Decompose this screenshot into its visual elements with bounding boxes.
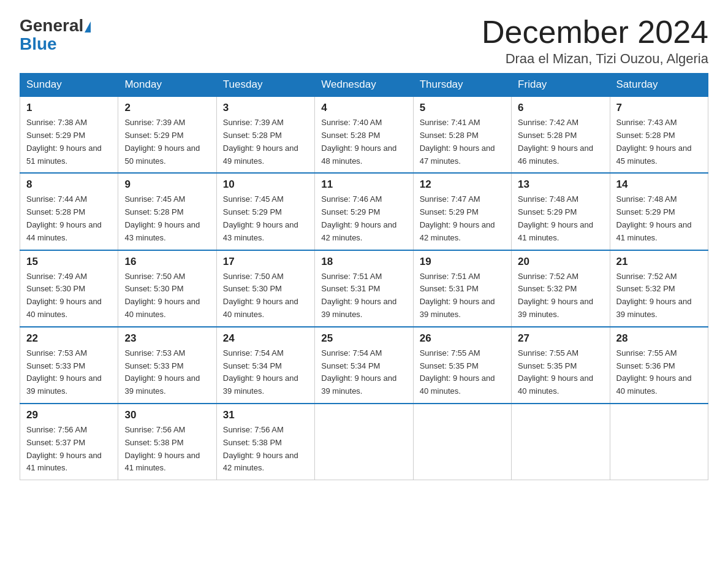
calendar-cell: 20 Sunrise: 7:52 AM Sunset: 5:32 PM Dayl…: [512, 250, 610, 327]
calendar-cell: 23 Sunrise: 7:53 AM Sunset: 5:33 PM Dayl…: [118, 327, 216, 404]
day-number: 7: [616, 102, 702, 114]
day-info: Sunrise: 7:50 AM Sunset: 5:30 PM Dayligh…: [223, 270, 308, 321]
title-block: December 2024 Draa el Mizan, Tizi Ouzou,…: [482, 15, 708, 67]
header-tuesday: Tuesday: [216, 74, 314, 97]
header-sunday: Sunday: [20, 74, 118, 97]
calendar-cell: 19 Sunrise: 7:51 AM Sunset: 5:31 PM Dayl…: [413, 250, 511, 327]
calendar-cell: 24 Sunrise: 7:54 AM Sunset: 5:34 PM Dayl…: [216, 327, 314, 404]
calendar-cell: 21 Sunrise: 7:52 AM Sunset: 5:32 PM Dayl…: [610, 250, 708, 327]
calendar-cell: 30 Sunrise: 7:56 AM Sunset: 5:38 PM Dayl…: [118, 404, 216, 480]
day-info: Sunrise: 7:46 AM Sunset: 5:29 PM Dayligh…: [321, 193, 406, 244]
day-info: Sunrise: 7:56 AM Sunset: 5:38 PM Dayligh…: [223, 424, 308, 475]
calendar-cell: 14 Sunrise: 7:48 AM Sunset: 5:29 PM Dayl…: [610, 173, 708, 250]
calendar-cell: 9 Sunrise: 7:45 AM Sunset: 5:28 PM Dayli…: [118, 173, 216, 250]
calendar-table: Sunday Monday Tuesday Wednesday Thursday…: [20, 73, 708, 480]
day-number: 6: [518, 102, 603, 114]
calendar-cell: 12 Sunrise: 7:47 AM Sunset: 5:29 PM Dayl…: [413, 173, 511, 250]
calendar-cell: [512, 404, 610, 480]
calendar-week-row: 29 Sunrise: 7:56 AM Sunset: 5:37 PM Dayl…: [20, 404, 708, 480]
day-info: Sunrise: 7:48 AM Sunset: 5:29 PM Dayligh…: [616, 193, 702, 244]
calendar-cell: 13 Sunrise: 7:48 AM Sunset: 5:29 PM Dayl…: [512, 173, 610, 250]
header-wednesday: Wednesday: [315, 74, 413, 97]
header-friday: Friday: [512, 74, 610, 97]
day-info: Sunrise: 7:49 AM Sunset: 5:30 PM Dayligh…: [26, 270, 112, 321]
calendar-cell: 6 Sunrise: 7:42 AM Sunset: 5:28 PM Dayli…: [512, 96, 610, 173]
day-info: Sunrise: 7:55 AM Sunset: 5:36 PM Dayligh…: [616, 347, 702, 398]
header-saturday: Saturday: [610, 74, 708, 97]
calendar-cell: 5 Sunrise: 7:41 AM Sunset: 5:28 PM Dayli…: [413, 96, 511, 173]
day-number: 27: [518, 332, 603, 345]
calendar-cell: [610, 404, 708, 480]
day-number: 24: [223, 332, 308, 345]
calendar-cell: 1 Sunrise: 7:38 AM Sunset: 5:29 PM Dayli…: [20, 96, 118, 173]
day-info: Sunrise: 7:51 AM Sunset: 5:31 PM Dayligh…: [321, 270, 406, 321]
calendar-week-row: 1 Sunrise: 7:38 AM Sunset: 5:29 PM Dayli…: [20, 96, 708, 173]
calendar-cell: 25 Sunrise: 7:54 AM Sunset: 5:34 PM Dayl…: [315, 327, 413, 404]
calendar-cell: 22 Sunrise: 7:53 AM Sunset: 5:33 PM Dayl…: [20, 327, 118, 404]
day-number: 8: [26, 178, 112, 191]
day-number: 28: [616, 332, 702, 345]
calendar-cell: 31 Sunrise: 7:56 AM Sunset: 5:38 PM Dayl…: [216, 404, 314, 480]
day-number: 30: [124, 409, 210, 421]
day-number: 13: [518, 178, 603, 191]
calendar-cell: 15 Sunrise: 7:49 AM Sunset: 5:30 PM Dayl…: [20, 250, 118, 327]
calendar-cell: 28 Sunrise: 7:55 AM Sunset: 5:36 PM Dayl…: [610, 327, 708, 404]
calendar-header: Sunday Monday Tuesday Wednesday Thursday…: [20, 74, 708, 97]
day-number: 23: [124, 332, 210, 345]
day-info: Sunrise: 7:47 AM Sunset: 5:29 PM Dayligh…: [420, 193, 505, 244]
day-number: 3: [223, 102, 308, 114]
day-info: Sunrise: 7:45 AM Sunset: 5:28 PM Dayligh…: [124, 193, 210, 244]
logo-blue-text: Blue: [20, 34, 57, 53]
page-header: General Blue December 2024 Draa el Mizan…: [20, 15, 708, 67]
month-title: December 2024: [482, 15, 708, 50]
day-number: 15: [26, 256, 112, 268]
day-number: 19: [420, 256, 505, 268]
day-number: 11: [321, 178, 406, 191]
location-subtitle: Draa el Mizan, Tizi Ouzou, Algeria: [482, 51, 708, 67]
day-info: Sunrise: 7:41 AM Sunset: 5:28 PM Dayligh…: [420, 117, 505, 167]
day-number: 29: [26, 409, 112, 421]
day-number: 4: [321, 102, 406, 114]
day-info: Sunrise: 7:54 AM Sunset: 5:34 PM Dayligh…: [223, 347, 308, 398]
day-number: 5: [420, 102, 505, 114]
day-number: 22: [26, 332, 112, 345]
day-info: Sunrise: 7:52 AM Sunset: 5:32 PM Dayligh…: [616, 270, 702, 321]
day-number: 10: [223, 178, 308, 191]
day-number: 20: [518, 256, 603, 268]
calendar-week-row: 15 Sunrise: 7:49 AM Sunset: 5:30 PM Dayl…: [20, 250, 708, 327]
calendar-cell: 17 Sunrise: 7:50 AM Sunset: 5:30 PM Dayl…: [216, 250, 314, 327]
day-number: 1: [26, 102, 112, 114]
day-info: Sunrise: 7:54 AM Sunset: 5:34 PM Dayligh…: [321, 347, 406, 398]
day-info: Sunrise: 7:53 AM Sunset: 5:33 PM Dayligh…: [124, 347, 210, 398]
calendar-cell: 8 Sunrise: 7:44 AM Sunset: 5:28 PM Dayli…: [20, 173, 118, 250]
day-info: Sunrise: 7:40 AM Sunset: 5:28 PM Dayligh…: [321, 117, 406, 167]
calendar-cell: 16 Sunrise: 7:50 AM Sunset: 5:30 PM Dayl…: [118, 250, 216, 327]
day-info: Sunrise: 7:44 AM Sunset: 5:28 PM Dayligh…: [26, 193, 112, 244]
day-number: 26: [420, 332, 505, 345]
logo-triangle-icon: [85, 21, 91, 33]
calendar-cell: 10 Sunrise: 7:45 AM Sunset: 5:29 PM Dayl…: [216, 173, 314, 250]
day-info: Sunrise: 7:39 AM Sunset: 5:28 PM Dayligh…: [223, 117, 308, 167]
header-monday: Monday: [118, 74, 216, 97]
calendar-cell: 4 Sunrise: 7:40 AM Sunset: 5:28 PM Dayli…: [315, 96, 413, 173]
day-info: Sunrise: 7:39 AM Sunset: 5:29 PM Dayligh…: [124, 117, 210, 167]
calendar-cell: 7 Sunrise: 7:43 AM Sunset: 5:28 PM Dayli…: [610, 96, 708, 173]
day-info: Sunrise: 7:55 AM Sunset: 5:35 PM Dayligh…: [518, 347, 603, 398]
calendar-cell: [315, 404, 413, 480]
day-number: 16: [124, 256, 210, 268]
day-number: 17: [223, 256, 308, 268]
day-number: 9: [124, 178, 210, 191]
logo: General Blue: [20, 15, 92, 54]
day-info: Sunrise: 7:50 AM Sunset: 5:30 PM Dayligh…: [124, 270, 210, 321]
calendar-week-row: 8 Sunrise: 7:44 AM Sunset: 5:28 PM Dayli…: [20, 173, 708, 250]
logo-general-text: General: [20, 17, 83, 34]
day-number: 31: [223, 409, 308, 421]
day-number: 21: [616, 256, 702, 268]
day-info: Sunrise: 7:48 AM Sunset: 5:29 PM Dayligh…: [518, 193, 603, 244]
calendar-cell: 18 Sunrise: 7:51 AM Sunset: 5:31 PM Dayl…: [315, 250, 413, 327]
calendar-cell: 29 Sunrise: 7:56 AM Sunset: 5:37 PM Dayl…: [20, 404, 118, 480]
day-number: 12: [420, 178, 505, 191]
day-number: 14: [616, 178, 702, 191]
calendar-cell: 2 Sunrise: 7:39 AM Sunset: 5:29 PM Dayli…: [118, 96, 216, 173]
day-info: Sunrise: 7:45 AM Sunset: 5:29 PM Dayligh…: [223, 193, 308, 244]
